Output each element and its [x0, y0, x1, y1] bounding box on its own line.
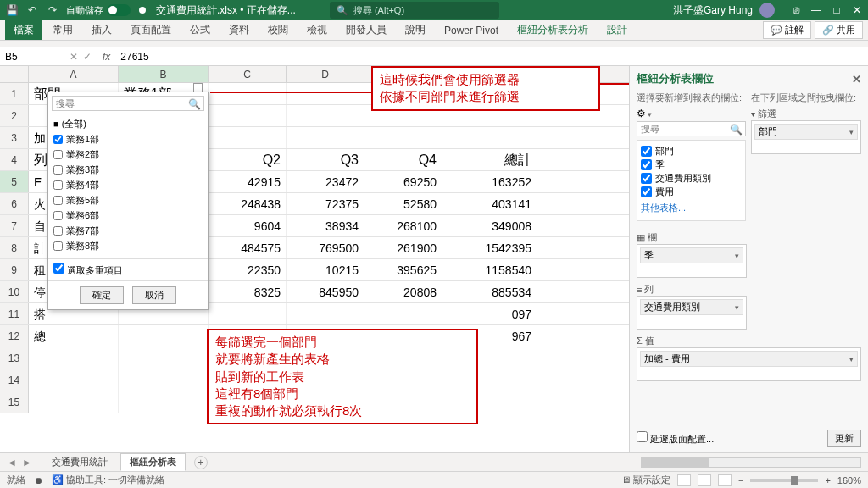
- sheet-nav-prev-icon[interactable]: ◄: [7, 457, 17, 469]
- search-placeholder: 搜尋 (Alt+Q): [353, 4, 404, 17]
- page-layout-view-icon[interactable]: [698, 474, 711, 486]
- search-icon: 🔍: [188, 98, 201, 110]
- ribbon-tabs: 檔案 常用 插入 頁面配置 公式 資料 校閱 檢視 開發人員 說明 Power …: [0, 20, 868, 41]
- filter-dropdown: 🔍 ■ (全部) 業務1部 業務2部 業務3部 業務4部 業務5部 業務6部 業…: [47, 92, 209, 310]
- zoom-level[interactable]: 160%: [837, 475, 861, 485]
- filter-multi-select[interactable]: 選取多重項目: [48, 258, 208, 280]
- filename: 交通費用統計.xlsx • 正在儲存...: [156, 3, 296, 18]
- tab-formulas[interactable]: 公式: [181, 20, 219, 40]
- rows-area-box[interactable]: 交通費用類別▾: [637, 296, 747, 330]
- search-icon: 🔍: [337, 5, 348, 16]
- spreadsheet-grid[interactable]: A B C D E F 1部門業務1部 ▾23加4列Q2Q3Q4總計5E4291…: [0, 66, 629, 452]
- formula-bar: B5 ✕ ✓ fx 27615: [0, 47, 868, 66]
- pane-close-icon[interactable]: ✕: [852, 73, 861, 86]
- tab-design[interactable]: 設計: [598, 20, 636, 40]
- autosave-toggle[interactable]: 自動儲存: [66, 4, 146, 17]
- ribbon-content: [0, 41, 868, 47]
- gear-icon[interactable]: ⚙▾: [637, 108, 652, 119]
- sheet-tab-1[interactable]: 樞紐分析表: [120, 453, 186, 471]
- toggle-switch[interactable]: [107, 4, 131, 16]
- tab-data[interactable]: 資料: [220, 20, 258, 40]
- filter-area-box[interactable]: 部門▾: [751, 120, 861, 154]
- sync-dot-icon: [139, 7, 146, 14]
- tab-home[interactable]: 常用: [44, 20, 81, 40]
- tab-pagelayout[interactable]: 頁面配置: [122, 20, 180, 40]
- avatar[interactable]: [760, 3, 775, 18]
- display-settings-button[interactable]: 🖥 顯示設定: [621, 474, 670, 486]
- formula-input[interactable]: 27615: [115, 51, 868, 63]
- cancel-formula-icon[interactable]: ✕: [70, 51, 78, 63]
- filter-ok-button[interactable]: 確定: [80, 286, 124, 304]
- tab-pivot-analyze[interactable]: 樞紐分析表分析: [509, 20, 597, 40]
- redo-icon[interactable]: ↷: [46, 3, 59, 17]
- titlebar: 💾 ↶ ↷ 自動儲存 交通費用統計.xlsx • 正在儲存... 🔍 搜尋 (A…: [0, 0, 868, 20]
- filter-item-list[interactable]: ■ (全部) 業務1部 業務2部 業務3部 業務4部 業務5部 業務6部 業務7…: [48, 114, 208, 258]
- sheet-nav-next-icon[interactable]: ►: [22, 457, 32, 469]
- pane-title: 樞紐分析表欄位: [637, 71, 714, 86]
- annotation-mid: 每篩選完一個部門就要將新產生的表格貼到新的工作表這裡有8個部門重複的動作就必須執…: [207, 329, 478, 424]
- macro-record-icon[interactable]: ⏺: [34, 475, 43, 485]
- columns-area-box[interactable]: 季▾: [637, 244, 747, 278]
- search-icon: 🔍: [730, 124, 743, 136]
- username: 洪子盛Gary Hung: [673, 3, 753, 18]
- accept-formula-icon[interactable]: ✓: [83, 51, 92, 63]
- add-sheet-button[interactable]: +: [194, 456, 208, 469]
- sheet-tab-bar: ◄ ► 交通費用統計 樞紐分析表 +: [0, 452, 868, 471]
- accessibility-status[interactable]: ♿ 協助工具: 一切準備就緒: [52, 474, 164, 486]
- fx-label[interactable]: fx: [97, 51, 115, 63]
- search-bar[interactable]: 🔍 搜尋 (Alt+Q): [330, 2, 499, 19]
- tab-help[interactable]: 說明: [397, 20, 434, 40]
- col-header-B[interactable]: B: [119, 66, 209, 82]
- col-header-C[interactable]: C: [209, 66, 287, 82]
- sheet-tab-0[interactable]: 交通費用統計: [42, 453, 117, 471]
- values-area-box[interactable]: 加總 - 費用▾: [637, 347, 861, 381]
- share-button[interactable]: 🔗 共用: [815, 21, 863, 39]
- tab-powerpivot[interactable]: Power Pivot: [436, 22, 507, 39]
- name-box[interactable]: B5: [0, 51, 64, 63]
- filter-search-input[interactable]: [52, 96, 204, 111]
- autosave-label: 自動儲存: [66, 4, 103, 17]
- pivot-fields-pane: 樞紐分析表欄位 ✕ 選擇要新增到報表的欄位: ⚙▾ 🔍 部門 季 交通費用類別 …: [629, 66, 868, 452]
- undo-icon[interactable]: ↶: [25, 3, 39, 17]
- zoom-in-icon[interactable]: +: [825, 475, 830, 485]
- status-bar: 就緒 ⏺ ♿ 協助工具: 一切準備就緒 🖥 顯示設定 − + 160%: [0, 471, 868, 488]
- tab-review[interactable]: 校閱: [259, 20, 297, 40]
- save-icon[interactable]: 💾: [5, 3, 19, 17]
- arrow-line: [600, 83, 629, 85]
- horizontal-scrollbar[interactable]: [641, 458, 861, 468]
- pane-subtitle2: 在下列區域之間拖曳欄位:: [751, 92, 861, 104]
- page-break-view-icon[interactable]: [718, 474, 732, 486]
- tab-view[interactable]: 檢視: [298, 20, 336, 40]
- maximize-icon[interactable]: □: [831, 4, 843, 16]
- ribbon-options-icon[interactable]: ⎚: [790, 4, 802, 16]
- tab-insert[interactable]: 插入: [83, 20, 120, 40]
- filter-cancel-button[interactable]: 取消: [132, 286, 176, 304]
- annotation-top: 這時候我們會使用篩選器依據不同部門來進行篩選: [371, 66, 600, 111]
- pane-subtitle: 選擇要新增到報表的欄位:: [637, 92, 746, 104]
- status-ready: 就緒: [7, 474, 25, 486]
- defer-layout-checkbox[interactable]: 延遲版面配置...: [637, 431, 714, 446]
- update-button[interactable]: 更新: [827, 430, 861, 447]
- arrow-line: [210, 92, 371, 93]
- zoom-slider[interactable]: [750, 479, 818, 482]
- field-list[interactable]: 部門 季 交通費用類別 費用其他表格...: [637, 140, 746, 221]
- minimize-icon[interactable]: —: [810, 4, 822, 16]
- select-all-corner[interactable]: [0, 66, 29, 82]
- comments-button[interactable]: 💬 註解: [763, 21, 811, 39]
- tab-developer[interactable]: 開發人員: [337, 20, 395, 40]
- col-header-D[interactable]: D: [287, 66, 364, 82]
- tab-file[interactable]: 檔案: [5, 20, 42, 40]
- filter-icon: ▾: [751, 109, 755, 119]
- col-header-A[interactable]: A: [29, 66, 119, 82]
- zoom-out-icon[interactable]: −: [738, 475, 743, 485]
- normal-view-icon[interactable]: [677, 474, 691, 486]
- close-icon[interactable]: ✕: [851, 4, 863, 16]
